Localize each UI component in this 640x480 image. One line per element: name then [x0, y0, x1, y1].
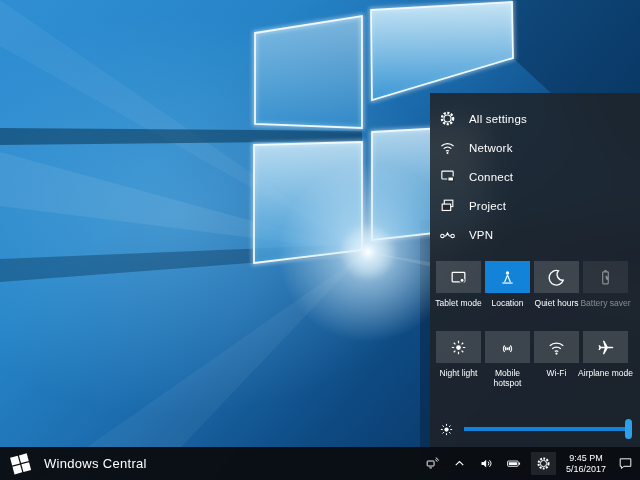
quick-links-menu: All settings Network Connect: [430, 104, 640, 249]
quick-action-label: Location: [480, 298, 536, 318]
system-tray: 9:45 PM 5/16/2017: [423, 447, 635, 480]
brightness-slider[interactable]: [464, 427, 631, 431]
brand-text: Windows Central: [44, 456, 147, 471]
quick-action-label: Tablet mode: [431, 298, 487, 318]
show-hidden-icons-button[interactable]: [450, 454, 469, 473]
windows-flag-icon: [8, 451, 33, 476]
brightness-slider-thumb[interactable]: [625, 419, 632, 439]
volume-button[interactable]: [477, 454, 496, 473]
connect-icon: [439, 168, 456, 185]
menu-item-label: Connect: [469, 171, 513, 183]
location-tile[interactable]: [485, 261, 530, 293]
network-icon: [439, 139, 456, 156]
chevron-up-icon: [452, 456, 467, 471]
brightness-slider-fill: [464, 427, 631, 431]
night-light-icon: [449, 338, 468, 357]
menu-item-label: Project: [469, 200, 506, 212]
mobile-hotspot-icon: [498, 338, 517, 357]
battery-saver-icon: [596, 268, 615, 287]
action-center-icon: [618, 456, 633, 471]
quick-action-cell: Airplane mode: [583, 331, 628, 388]
quick-action-label: Night light: [431, 368, 487, 388]
desktop-screen: All settings Network Connect: [0, 0, 640, 480]
project-icon: [439, 197, 456, 214]
quick-action-cell: Night light: [436, 331, 481, 388]
menu-item-label: VPN: [469, 229, 493, 241]
quick-actions-grid: Tablet mode Location Qui: [436, 261, 628, 388]
windows-central-logo: Windows Central: [8, 447, 147, 480]
airplane-mode-icon: [596, 338, 615, 357]
menu-item-label: All settings: [469, 113, 527, 125]
menu-item-vpn[interactable]: VPN: [430, 220, 640, 249]
night-light-tile[interactable]: [436, 331, 481, 363]
quick-action-cell: Location: [485, 261, 530, 318]
quiet-hours-icon: [547, 268, 566, 287]
menu-item-project[interactable]: Project: [430, 191, 640, 220]
brightness-icon: [439, 422, 454, 437]
wifi-tile[interactable]: [534, 331, 579, 363]
action-center-button[interactable]: [616, 454, 635, 473]
quick-action-cell: Mobile hotspot: [485, 331, 530, 388]
tray-app-button[interactable]: [423, 454, 442, 473]
gear-icon: [439, 110, 456, 127]
vpn-icon: [439, 226, 456, 243]
battery-icon: [506, 456, 521, 471]
remote-display-icon: [425, 456, 440, 471]
brightness-row: [430, 417, 640, 441]
clock-time: 9:45 PM: [566, 453, 606, 464]
location-icon: [498, 268, 517, 287]
quiet-hours-tile[interactable]: [534, 261, 579, 293]
clock-date: 5/16/2017: [566, 464, 606, 475]
quick-action-label: Battery saver: [578, 298, 634, 318]
quick-action-label: Wi-Fi: [529, 368, 585, 388]
taskbar-clock[interactable]: 9:45 PM 5/16/2017: [564, 453, 608, 475]
battery-button[interactable]: [504, 454, 523, 473]
battery-saver-tile[interactable]: [583, 261, 628, 293]
taskbar: Windows Central: [0, 447, 640, 480]
settings-tray-button[interactable]: [531, 452, 556, 475]
quick-action-label: Quiet hours: [529, 298, 585, 318]
menu-item-network[interactable]: Network: [430, 133, 640, 162]
tablet-mode-tile[interactable]: [436, 261, 481, 293]
speaker-icon: [479, 456, 494, 471]
action-center-panel: All settings Network Connect: [430, 93, 640, 447]
quick-action-cell: Tablet mode: [436, 261, 481, 318]
menu-item-all-settings[interactable]: All settings: [430, 104, 640, 133]
tablet-mode-icon: [449, 268, 468, 287]
gear-icon: [536, 456, 551, 471]
menu-item-label: Network: [469, 142, 513, 154]
wifi-icon: [547, 338, 566, 357]
quick-action-label: Airplane mode: [578, 368, 634, 388]
quick-action-cell: Quiet hours: [534, 261, 579, 318]
quick-action-label: Mobile hotspot: [487, 368, 529, 388]
airplane-mode-tile[interactable]: [583, 331, 628, 363]
quick-action-cell: Battery saver: [583, 261, 628, 318]
mobile-hotspot-tile[interactable]: [485, 331, 530, 363]
menu-item-connect[interactable]: Connect: [430, 162, 640, 191]
quick-action-cell: Wi-Fi: [534, 331, 579, 388]
